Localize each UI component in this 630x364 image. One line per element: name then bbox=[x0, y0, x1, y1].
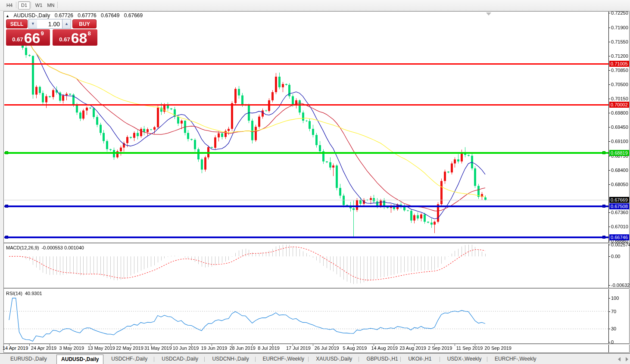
price-axis-tick-mark bbox=[608, 70, 610, 71]
hline-handle[interactable] bbox=[5, 151, 8, 154]
date-axis-label: 17 Jul 2019 bbox=[286, 345, 311, 351]
chart-title: ▲ AUDUSD-,Daily 0.67726 0.67776 0.67649 … bbox=[6, 12, 146, 19]
date-axis-tick bbox=[50, 344, 50, 346]
ohlc-low: 0.67649 bbox=[101, 12, 119, 19]
chart-tab-usdchf-daily[interactable]: USDCHF-,Daily bbox=[107, 355, 152, 363]
tab-separator bbox=[487, 357, 487, 362]
hline-0.67508[interactable] bbox=[4, 205, 608, 207]
pane-separator[interactable] bbox=[4, 243, 630, 244]
date-axis-label: 24 Apr 2019 bbox=[31, 345, 56, 351]
hline-0.68819[interactable] bbox=[4, 152, 608, 154]
date-axis-tick bbox=[374, 344, 374, 346]
date-axis-tick bbox=[455, 344, 455, 346]
hline-handle[interactable] bbox=[602, 151, 605, 154]
chart-tab-gbpusd-h1[interactable]: GBPUSD-,H1 bbox=[362, 355, 402, 363]
symbol-tab-bar: EURUSD-,DailyAUDUSD-,DailyUSDCHF-,DailyU… bbox=[0, 353, 630, 364]
chart-tab-eurchf-weekly[interactable]: EURCHF-,Weekly bbox=[490, 355, 540, 363]
toolbar-separator bbox=[16, 2, 16, 8]
volume-input[interactable] bbox=[37, 19, 62, 29]
price-axis-tick-mark bbox=[608, 212, 610, 213]
hline-handle[interactable] bbox=[602, 205, 605, 208]
date-axis-tick bbox=[313, 344, 313, 346]
pane-separator[interactable] bbox=[4, 343, 630, 345]
date-axis-label: 13 May 2019 bbox=[87, 345, 115, 351]
date-axis-tick bbox=[252, 344, 253, 346]
price-axis-tick-mark bbox=[608, 42, 610, 42]
volume-increase-button[interactable]: ▲ bbox=[62, 19, 71, 29]
date-axis-tick bbox=[394, 344, 394, 346]
timeframe-toolbar bbox=[0, 0, 630, 11]
date-axis-label: 31 May 2019 bbox=[144, 345, 172, 351]
buy-price-tile[interactable]: 0.67 68 8 bbox=[53, 29, 97, 46]
sell-price-tile[interactable]: 0.67 66 9 bbox=[6, 29, 50, 46]
sell-price-pip: 9 bbox=[41, 30, 44, 37]
hline-0.71005[interactable] bbox=[4, 63, 608, 65]
chart-tab-usdx-weekly[interactable]: USDX-,Weekly bbox=[443, 355, 486, 363]
price-axis-tick: 0.70850 bbox=[611, 68, 628, 73]
price-badge-0.70002: 0.70002 bbox=[609, 102, 629, 108]
symbol-label: AUDUSD-,Daily bbox=[14, 12, 50, 19]
macd-axis-tick-mark bbox=[608, 285, 610, 286]
chart-tab-usdcad-daily[interactable]: USDCAD-,Daily bbox=[157, 355, 203, 363]
chart-tab-eurusd-daily[interactable]: EURUSD-,Daily bbox=[6, 355, 51, 363]
pane-separator[interactable] bbox=[4, 288, 630, 289]
ohlc-close: 0.67669 bbox=[124, 12, 143, 19]
macd-axis-tick-mark bbox=[608, 256, 610, 257]
price-axis-tick: 0.67360 bbox=[611, 210, 628, 215]
hline-0.66746[interactable] bbox=[4, 236, 608, 238]
toolbar-separator bbox=[57, 2, 58, 8]
buy-button[interactable]: BUY bbox=[72, 19, 97, 28]
timeframe-button-D1[interactable]: D1 bbox=[18, 1, 30, 9]
chart-tab-xauusd-daily[interactable]: XAUUSD-,Daily bbox=[312, 355, 356, 363]
tab-separator bbox=[204, 357, 205, 362]
buy-price-prefix: 0.67 bbox=[59, 36, 70, 43]
chart-tab-ukoil-h1[interactable]: UKOil-,H1 bbox=[404, 355, 436, 363]
macd-axis-tick: 0.00 bbox=[611, 254, 620, 259]
price-axis-tick-mark bbox=[608, 141, 610, 142]
macd-axis-tick: -0.006326 bbox=[611, 283, 630, 288]
price-axis-tick-mark bbox=[608, 170, 610, 171]
date-axis-tick bbox=[191, 344, 192, 346]
tab-separator bbox=[308, 357, 309, 362]
price-axis-tick-mark bbox=[608, 241, 610, 241]
timeframe-button-MN[interactable]: MN bbox=[45, 1, 57, 9]
timeframe-button-H4[interactable]: H4 bbox=[3, 1, 16, 9]
ohlc-high: 0.67776 bbox=[78, 12, 96, 19]
sell-button[interactable]: SELL bbox=[6, 19, 28, 28]
date-axis-tick bbox=[434, 344, 435, 346]
macd-axis-tick-mark bbox=[608, 245, 610, 245]
price-axis-line bbox=[608, 12, 609, 352]
date-axis-tick bbox=[353, 344, 354, 346]
chart-tab-usdcnh-daily[interactable]: USDCNH-,Daily bbox=[208, 355, 253, 363]
price-axis-tick: 0.71550 bbox=[611, 39, 628, 44]
rsi-axis-tick: 100 bbox=[611, 296, 619, 301]
chart-shift-marker-icon[interactable] bbox=[486, 12, 491, 16]
main-chart-canvas[interactable] bbox=[4, 12, 608, 344]
hline-0.70002[interactable] bbox=[4, 104, 608, 106]
price-axis-tick-mark bbox=[608, 113, 610, 113]
volume-decrease-button[interactable]: ▼ bbox=[28, 19, 37, 29]
timeframe-button-W1[interactable]: W1 bbox=[33, 1, 45, 9]
chart-tab-eurchf-weekly[interactable]: EURCHF-,Weekly bbox=[259, 355, 309, 363]
date-axis-label: 2 Sep 2019 bbox=[428, 345, 452, 351]
collapse-panel-icon[interactable]: ▲ bbox=[6, 14, 9, 18]
tabs-scroll-right-icon[interactable] bbox=[626, 357, 628, 361]
hline-handle[interactable] bbox=[5, 205, 8, 208]
price-axis-tick-mark bbox=[608, 184, 610, 185]
buy-price-big: 68 bbox=[71, 31, 87, 44]
hline-handle[interactable] bbox=[5, 236, 8, 239]
date-axis-tick bbox=[110, 344, 111, 346]
price-axis-tick: 0.69100 bbox=[611, 139, 628, 144]
price-axis-tick-mark bbox=[608, 84, 610, 85]
rsi-axis-tick-mark bbox=[608, 342, 610, 342]
date-axis-label: 10 Jun 2019 bbox=[173, 345, 199, 351]
hline-handle[interactable] bbox=[602, 236, 605, 239]
date-axis-label: 14 Apr 2019 bbox=[3, 345, 28, 351]
date-axis-tick bbox=[272, 344, 273, 346]
tabs-scroll-left-icon[interactable] bbox=[618, 357, 621, 361]
price-axis-tick: 0.67010 bbox=[611, 224, 628, 229]
date-axis-tick bbox=[70, 344, 70, 346]
chart-tab-audusd-daily[interactable]: AUDUSD-,Daily bbox=[56, 355, 103, 364]
macd-axis-tick: 0.002574 bbox=[611, 242, 630, 247]
price-axis-tick: 0.72250 bbox=[611, 10, 628, 16]
